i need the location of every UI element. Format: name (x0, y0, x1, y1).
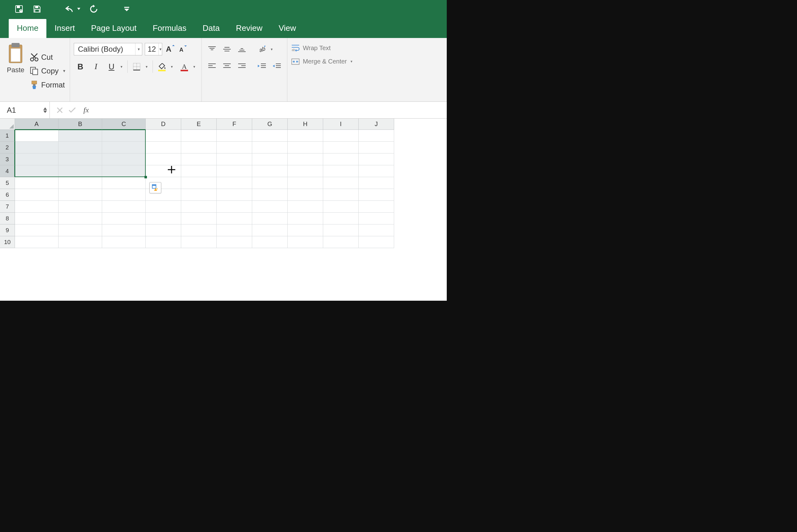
cell[interactable] (217, 201, 252, 213)
cut-button[interactable]: Cut (30, 53, 66, 62)
cell[interactable] (359, 213, 394, 225)
row-header-9[interactable]: 9 (0, 225, 15, 236)
formula-input[interactable] (96, 102, 447, 118)
cancel-formula-button[interactable] (57, 107, 63, 113)
cell[interactable] (252, 153, 288, 165)
cell[interactable] (181, 141, 217, 153)
cell[interactable] (323, 153, 359, 165)
column-header-b[interactable]: B (59, 119, 102, 130)
cell[interactable] (323, 165, 359, 177)
dropdown-icon[interactable]: ▼ (158, 43, 162, 55)
cell[interactable] (146, 236, 181, 248)
cell[interactable] (146, 130, 181, 141)
decrease-indent-button[interactable] (255, 60, 268, 72)
row-header-7[interactable]: 7 (0, 201, 15, 213)
cell[interactable] (102, 177, 146, 189)
cell[interactable] (217, 165, 252, 177)
column-header-e[interactable]: E (181, 119, 217, 130)
cell[interactable] (15, 189, 59, 201)
cell[interactable] (102, 236, 146, 248)
italic-button[interactable]: I (89, 60, 102, 74)
borders-button[interactable] (130, 60, 143, 74)
cell[interactable] (102, 165, 146, 177)
name-box[interactable]: A1 (0, 102, 50, 118)
cell[interactable] (15, 141, 59, 153)
cell[interactable] (146, 141, 181, 153)
cell[interactable] (288, 141, 323, 153)
cell[interactable] (146, 225, 181, 236)
cell[interactable] (288, 213, 323, 225)
wrap-text-button[interactable]: ab Wrap Text (291, 44, 353, 52)
cell[interactable] (15, 201, 59, 213)
cell[interactable] (288, 201, 323, 213)
tab-insert[interactable]: Insert (46, 19, 83, 38)
cell[interactable] (102, 225, 146, 236)
cell[interactable] (102, 189, 146, 201)
cell[interactable] (15, 213, 59, 225)
cell[interactable] (59, 130, 102, 141)
cell[interactable] (359, 130, 394, 141)
cell[interactable] (359, 236, 394, 248)
cell[interactable] (252, 130, 288, 141)
cell[interactable] (217, 141, 252, 153)
row-header-3[interactable]: 3 (0, 153, 15, 165)
customize-qat-button[interactable] (122, 4, 131, 14)
cell[interactable] (59, 177, 102, 189)
cell[interactable] (181, 225, 217, 236)
cell[interactable] (288, 225, 323, 236)
cell[interactable] (217, 225, 252, 236)
cell[interactable] (102, 213, 146, 225)
format-painter-button[interactable]: Format (30, 80, 66, 90)
cell[interactable] (359, 141, 394, 153)
cell[interactable] (59, 213, 102, 225)
cell[interactable] (288, 236, 323, 248)
row-header-1[interactable]: 1 (0, 130, 15, 141)
column-header-a[interactable]: A (15, 119, 59, 130)
cell[interactable] (252, 165, 288, 177)
cell[interactable] (59, 201, 102, 213)
cell[interactable] (359, 165, 394, 177)
column-header-g[interactable]: G (252, 119, 288, 130)
cell[interactable] (59, 141, 102, 153)
cell[interactable] (59, 225, 102, 236)
cell[interactable] (181, 189, 217, 201)
column-header-j[interactable]: J (359, 119, 394, 130)
row-header-5[interactable]: 5 (0, 177, 15, 189)
dropdown-icon[interactable]: ▼ (143, 65, 150, 69)
cell[interactable] (288, 130, 323, 141)
cell[interactable] (323, 177, 359, 189)
dropdown-icon[interactable] (77, 8, 80, 10)
bold-button[interactable]: B (74, 60, 87, 74)
row-header-6[interactable]: 6 (0, 189, 15, 201)
row-header-10[interactable]: 10 (0, 236, 15, 248)
merge-center-button[interactable]: Merge & Center ▼ (291, 58, 353, 65)
align-center-button[interactable] (221, 60, 233, 72)
cell[interactable] (323, 213, 359, 225)
cell[interactable] (323, 236, 359, 248)
cell[interactable] (288, 165, 323, 177)
orientation-button[interactable]: ab (255, 43, 268, 55)
dropdown-icon[interactable]: ▼ (118, 65, 125, 69)
cell[interactable] (252, 213, 288, 225)
cell[interactable] (217, 130, 252, 141)
align-left-button[interactable] (206, 60, 219, 72)
cell[interactable] (181, 130, 217, 141)
cell[interactable] (181, 201, 217, 213)
align-top-button[interactable] (206, 43, 219, 55)
cell[interactable] (252, 189, 288, 201)
cell[interactable] (15, 177, 59, 189)
cell[interactable] (181, 177, 217, 189)
dropdown-icon[interactable]: ▼ (168, 65, 175, 69)
font-name-combo[interactable]: Calibri (Body) ▼ (74, 43, 142, 55)
dropdown-icon[interactable]: ▼ (350, 60, 353, 63)
row-header-2[interactable]: 2 (0, 141, 15, 153)
cell[interactable] (288, 189, 323, 201)
cells-area[interactable]: + (15, 130, 394, 248)
undo-button[interactable] (65, 4, 80, 14)
cell[interactable] (59, 189, 102, 201)
fill-handle[interactable] (145, 176, 147, 178)
cell[interactable] (217, 213, 252, 225)
tab-view[interactable]: View (270, 19, 304, 38)
cell[interactable] (359, 153, 394, 165)
cell[interactable] (181, 213, 217, 225)
